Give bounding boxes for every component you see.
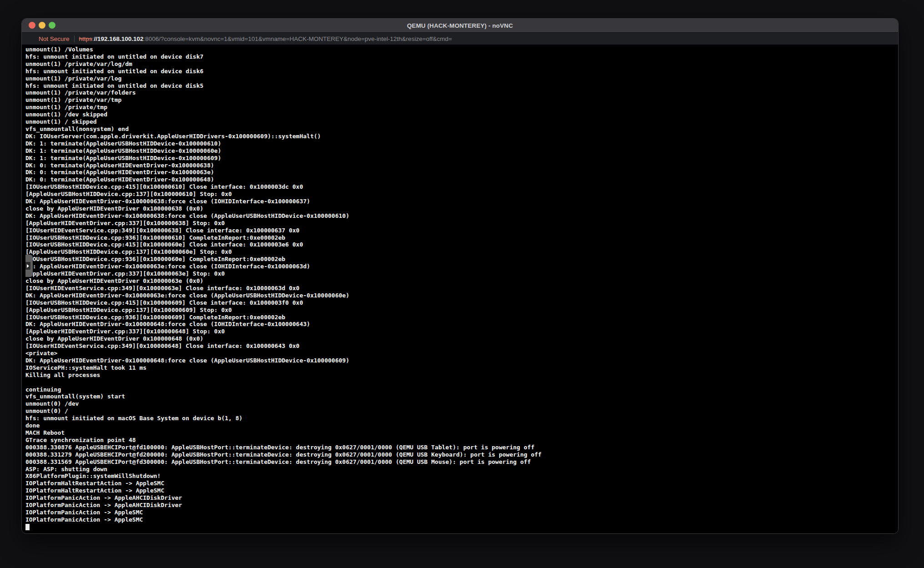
console-line: DK: 1: terminate(AppleUserUSBHostHIDDevi… bbox=[25, 147, 898, 155]
url-scheme: https bbox=[79, 35, 92, 42]
console-line: [AppleUserHIDEventDriver.cpp:337][0x1000… bbox=[25, 220, 898, 227]
console-line: 000388.331279 AppleUSBEHCIPort@fd200000:… bbox=[25, 451, 898, 458]
vnc-console-screen[interactable]: unmount(1) /Volumeshfs: unmount initiate… bbox=[22, 45, 898, 533]
console-line: hfs: unmount initiated on untitled on de… bbox=[25, 68, 898, 75]
console-line: [AppleUserHIDEventDriver.cpp:337][0x1000… bbox=[25, 270, 898, 277]
console-line: [IOUserUSBHostHIDDevice.cpp:936][0x10000… bbox=[25, 314, 898, 321]
window-title: QEMU (HACK-MONTEREY) - noVNC bbox=[407, 22, 513, 29]
console-line: unmount(1) /private/var/tmp bbox=[25, 96, 898, 104]
console-line: DK: AppleUserHIDEventDriver-0x100000648:… bbox=[25, 357, 898, 364]
console-line: hfs: unmount initiated on untitled on de… bbox=[25, 53, 898, 60]
console-line: [IOUserUSBHostHIDDevice.cpp:415][0x10000… bbox=[25, 299, 898, 307]
console-line: unmount(1) /dev skipped bbox=[25, 111, 898, 118]
console-line: X86PlatformPlugin::systemWillShutdown! bbox=[25, 472, 898, 480]
console-line: DK: AppleUserHIDEventDriver-0x100000638:… bbox=[25, 212, 898, 220]
console-line: [IOUserUSBHostHIDDevice.cpp:415][0x10000… bbox=[25, 183, 898, 191]
console-line: [IOUserUSBHostHIDDevice.cpp:936][0x10000… bbox=[25, 234, 898, 241]
window-titlebar[interactable]: QEMU (HACK-MONTEREY) - noVNC bbox=[22, 19, 898, 32]
console-line: IOPlatformPanicAction -> AppleSMC bbox=[25, 516, 898, 523]
traffic-light-buttons bbox=[29, 22, 55, 29]
console-line: [AppleUserHIDEventDriver.cpp:337][0x1000… bbox=[25, 328, 898, 335]
console-line: [IOUserHIDEventService.cpp:349][0x100000… bbox=[25, 227, 898, 234]
novnc-control-bar-handle[interactable] bbox=[25, 255, 33, 277]
warning-triangle-icon bbox=[29, 36, 35, 42]
terminal-cursor bbox=[25, 524, 30, 530]
console-line: Killing all processes bbox=[25, 372, 898, 379]
console-line bbox=[25, 379, 898, 386]
console-line: DK: 1: terminate(AppleUserUSBHostHIDDevi… bbox=[25, 140, 898, 147]
url-bar[interactable]: Not Secure https://192.168.100.102:8006/… bbox=[22, 32, 898, 45]
console-line: done bbox=[25, 422, 898, 429]
console-line: IOPlatformHaltRestartAction -> AppleSMC bbox=[25, 487, 898, 494]
expand-arrow-icon bbox=[25, 262, 30, 270]
console-line: vfs_unmountall(system) start bbox=[25, 393, 898, 400]
console-line: DK: AppleUserHIDEventDriver-0x100000638:… bbox=[25, 198, 898, 205]
console-line: IOPlatformPanicAction -> AppleSMC bbox=[25, 509, 898, 516]
urlbar-divider bbox=[74, 35, 75, 42]
console-line: close by AppleUserHIDEventDriver 0x10000… bbox=[25, 205, 898, 212]
zoom-button[interactable] bbox=[49, 22, 55, 29]
console-line: hfs: unmount initiated on macOS Base Sys… bbox=[25, 415, 898, 422]
console-line: [IOUserHIDEventService.cpp:349][0x100000… bbox=[25, 285, 898, 292]
console-line: [AppleUserUSBHostHIDDevice.cpp:137][0x10… bbox=[25, 248, 898, 256]
console-line: unmount(1) /private/var/log/dm bbox=[25, 60, 898, 68]
url-host: //192.168.100.102 bbox=[94, 35, 144, 42]
console-line: IOPlatformHaltRestartAction -> AppleSMC bbox=[25, 480, 898, 487]
console-line: DK: AppleUserHIDEventDriver-0x10000063e:… bbox=[25, 263, 898, 270]
console-line: DK: AppleUserHIDEventDriver-0x100000648:… bbox=[25, 321, 898, 328]
console-line: unmount(0) / bbox=[25, 407, 898, 415]
console-line: unmount(1) /private/var/folders bbox=[25, 89, 898, 96]
console-line: IOPlatformPanicAction -> AppleAHCIDiskDr… bbox=[25, 502, 898, 509]
console-line: [AppleUserUSBHostHIDDevice.cpp:137][0x10… bbox=[25, 191, 898, 198]
console-line: close by AppleUserHIDEventDriver 0x10000… bbox=[25, 277, 898, 285]
console-line: unmount(1) / skipped bbox=[25, 118, 898, 126]
url-path-query: :8006/?console=kvm&novnc=1&vmid=101&vmna… bbox=[143, 35, 452, 42]
browser-window: QEMU (HACK-MONTEREY) - noVNC Not Secure … bbox=[21, 18, 899, 534]
console-log: unmount(1) /Volumeshfs: unmount initiate… bbox=[25, 46, 898, 523]
console-line: DK: 1: terminate(AppleUserUSBHostHIDDevi… bbox=[25, 155, 898, 162]
console-line: 000388.331569 AppleUSBEHCIPort@fd300000:… bbox=[25, 458, 898, 466]
console-line: vfs_unmountall(nonsystem) end bbox=[25, 126, 898, 133]
console-line: unmount(1) /Volumes bbox=[25, 46, 898, 53]
console-line: GTrace synchronization point 48 bbox=[25, 437, 898, 444]
console-line: DK: IOUserServer(com.apple.driverkit.App… bbox=[25, 133, 898, 140]
console-line: DK: 0: terminate(AppleUserHIDEventDriver… bbox=[25, 162, 898, 169]
not-secure-label: Not Secure bbox=[39, 35, 70, 42]
console-line: IOServicePH::systemHalt took 11 ms bbox=[25, 364, 898, 372]
console-line: hfs: unmount initiated on untitled on de… bbox=[25, 82, 898, 90]
console-line: [IOUserHIDEventService.cpp:349][0x100000… bbox=[25, 342, 898, 350]
console-line: ASP: ASP: shutting down bbox=[25, 466, 898, 473]
console-line: [IOUserUSBHostHIDDevice.cpp:415][0x10000… bbox=[25, 241, 898, 248]
console-line: 000388.330876 AppleUSBEHCIPort@fd100000:… bbox=[25, 444, 898, 451]
console-line: MACH Reboot bbox=[25, 429, 898, 437]
console-line: IOPlatformPanicAction -> AppleAHCIDiskDr… bbox=[25, 494, 898, 502]
console-line: DK: AppleUserHIDEventDriver-0x10000063e:… bbox=[25, 292, 898, 299]
minimize-button[interactable] bbox=[39, 22, 45, 29]
console-line: DK: 0: terminate(AppleUserHIDEventDriver… bbox=[25, 169, 898, 176]
console-line: unmount(1) /private/tmp bbox=[25, 104, 898, 111]
console-line: unmount(1) /private/var/log bbox=[25, 75, 898, 82]
console-line: DK: 0: terminate(AppleUserHIDEventDriver… bbox=[25, 176, 898, 183]
close-button[interactable] bbox=[29, 22, 35, 29]
console-line: close by AppleUserHIDEventDriver 0x10000… bbox=[25, 335, 898, 342]
console-line: <private> bbox=[25, 350, 898, 357]
console-line: [AppleUserUSBHostHIDDevice.cpp:137][0x10… bbox=[25, 307, 898, 314]
console-line: [IOUserUSBHostHIDDevice.cpp:936][0x10000… bbox=[25, 256, 898, 263]
console-line: continuing bbox=[25, 386, 898, 393]
console-line: unmount(0) /dev bbox=[25, 400, 898, 407]
